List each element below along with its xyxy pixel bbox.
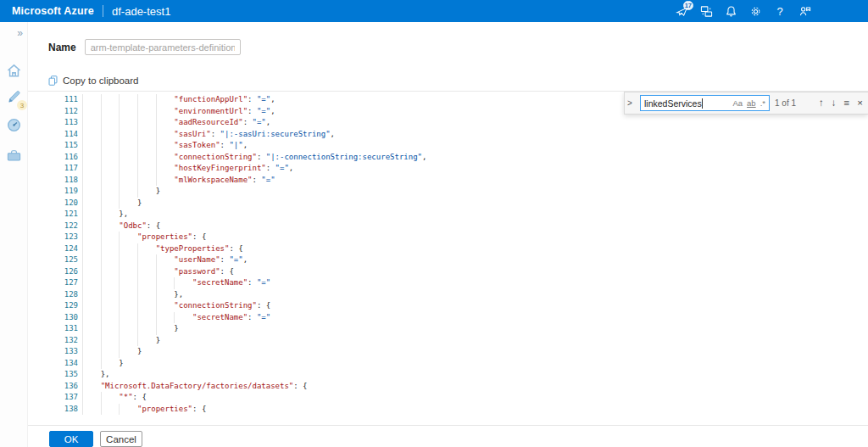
code-line[interactable]: "*": { xyxy=(82,392,868,404)
code-line[interactable]: "secretName": "=" xyxy=(82,312,868,324)
json-punctuation: : { xyxy=(257,301,270,310)
cancel-button[interactable]: Cancel xyxy=(100,431,142,447)
sidebar-item-manage[interactable] xyxy=(0,142,28,168)
switch-view-icon[interactable] xyxy=(699,4,713,18)
indent-guide xyxy=(82,358,101,370)
indent-guide xyxy=(101,404,120,416)
json-key: "environmentUrl" xyxy=(174,107,248,115)
code-line[interactable]: "hostKeyFingerprint": "=", xyxy=(82,163,868,175)
json-punctuation: : { xyxy=(192,232,206,241)
indent-guide xyxy=(82,381,101,393)
indent-guide xyxy=(82,198,101,210)
json-key: "typeProperties" xyxy=(156,244,230,253)
code-line[interactable]: } xyxy=(82,198,868,210)
json-key: "sasUri" xyxy=(174,130,210,138)
json-key: "aadResourceId" xyxy=(174,118,242,126)
code-line[interactable]: "connectionString": { xyxy=(82,300,868,312)
line-number: 128 xyxy=(28,289,78,301)
code-line[interactable]: } xyxy=(82,323,868,335)
find-next-icon[interactable]: ↓ xyxy=(832,98,837,109)
code-lines[interactable]: "functionAppUrl": "=","environmentUrl": … xyxy=(82,94,868,415)
copy-to-clipboard-button[interactable]: Copy to clipboard xyxy=(47,75,139,87)
code-line[interactable]: } xyxy=(82,186,868,198)
code-line[interactable]: "typeProperties": { xyxy=(82,243,868,255)
code-line[interactable]: }, xyxy=(82,369,868,381)
find-expand-replace-icon[interactable]: > xyxy=(627,98,635,108)
code-line[interactable]: "Microsoft.DataFactory/factories/dataset… xyxy=(82,381,868,393)
indent-guide xyxy=(101,300,120,312)
find-previous-icon[interactable]: ↑ xyxy=(819,98,824,109)
find-close-icon[interactable]: × xyxy=(857,98,863,109)
json-punctuation: } xyxy=(156,336,160,344)
line-number: 122 xyxy=(28,221,78,232)
code-line[interactable]: "properties": { xyxy=(82,404,868,416)
code-line[interactable]: "aadResourceId": "=", xyxy=(82,117,868,129)
indent-guide xyxy=(82,175,101,187)
json-key: "properties" xyxy=(137,405,192,413)
regex-toggle[interactable]: .* xyxy=(760,98,765,108)
code-line[interactable]: } xyxy=(82,346,868,358)
code-line[interactable]: "properties": { xyxy=(82,232,868,243)
find-options: Aa ab .* xyxy=(732,98,765,108)
code-line[interactable]: } xyxy=(82,335,868,347)
json-string-value: "=" xyxy=(257,278,270,287)
json-punctuation: } xyxy=(137,198,142,207)
feedback-person-icon[interactable] xyxy=(798,4,811,18)
json-punctuation: : xyxy=(220,255,230,264)
indent-guide xyxy=(82,209,101,221)
indent-guide xyxy=(174,277,192,289)
indent-guide xyxy=(82,289,101,301)
code-line[interactable]: "userName": "=", xyxy=(82,254,868,266)
line-number: 111 xyxy=(28,94,78,106)
line-number: 138 xyxy=(28,404,78,416)
name-input[interactable] xyxy=(85,39,241,55)
find-input[interactable]: linkedServices Aa ab .* xyxy=(640,95,770,111)
code-line[interactable]: } xyxy=(82,358,868,370)
indent-guide xyxy=(137,289,156,301)
help-icon[interactable]: ? xyxy=(773,4,787,18)
line-number: 137 xyxy=(28,392,78,404)
indent-guide xyxy=(82,277,101,289)
json-key: "mlWorkspaceName" xyxy=(174,176,252,184)
code-line[interactable]: }, xyxy=(82,209,868,221)
sidebar-item-author[interactable]: 3 xyxy=(0,83,28,109)
indent-guide xyxy=(101,289,120,301)
code-line[interactable]: "sasUri": "|:-sasUri:secureString", xyxy=(82,129,868,141)
gauge-icon xyxy=(6,117,22,133)
code-line[interactable]: "mlWorkspaceName": "=" xyxy=(82,175,868,187)
code-line[interactable]: }, xyxy=(82,289,868,301)
line-numbers: 1111121131141151161171181191201211221231… xyxy=(28,94,78,415)
json-punctuation: } xyxy=(119,359,123,367)
bell-icon[interactable] xyxy=(724,4,737,18)
code-line[interactable]: "secretName": "=" xyxy=(82,277,868,289)
find-in-selection-icon[interactable]: ≡ xyxy=(844,98,850,109)
indent-guide xyxy=(137,163,156,175)
indent-guide xyxy=(119,312,137,324)
json-key: "Microsoft.DataFactory/factories/dataset… xyxy=(101,382,294,390)
json-code-editor[interactable]: 1111121131141151161171181191201211221231… xyxy=(28,91,868,425)
send-feedback-icon[interactable]: 17 xyxy=(675,4,688,18)
match-case-toggle[interactable]: Aa xyxy=(732,98,743,108)
line-number: 124 xyxy=(28,243,78,255)
indent-guide xyxy=(119,163,137,175)
json-string-value: "=" xyxy=(257,95,270,103)
code-line[interactable]: "sasToken": "|", xyxy=(82,140,868,152)
indent-guide xyxy=(101,209,120,221)
sidebar-item-monitor[interactable] xyxy=(0,112,28,137)
indent-guide xyxy=(82,254,101,266)
json-key: "properties" xyxy=(137,232,192,241)
line-number: 119 xyxy=(28,186,78,198)
line-number: 117 xyxy=(28,163,78,175)
code-line[interactable]: "connectionString": "|:-connectionString… xyxy=(82,152,868,164)
indent-guide xyxy=(156,289,175,301)
whole-word-toggle[interactable]: ab xyxy=(747,98,756,108)
sidebar-item-home[interactable] xyxy=(0,58,28,83)
code-line[interactable]: "Odbc": { xyxy=(82,221,868,232)
code-line[interactable]: "password": { xyxy=(82,266,868,278)
indent-guide xyxy=(156,129,175,141)
ok-button[interactable]: OK xyxy=(49,431,93,447)
json-punctuation: , xyxy=(422,153,426,161)
json-punctuation: , xyxy=(331,130,335,138)
settings-gear-icon[interactable] xyxy=(748,4,762,18)
sidebar-expand-icon[interactable]: » xyxy=(17,27,23,39)
